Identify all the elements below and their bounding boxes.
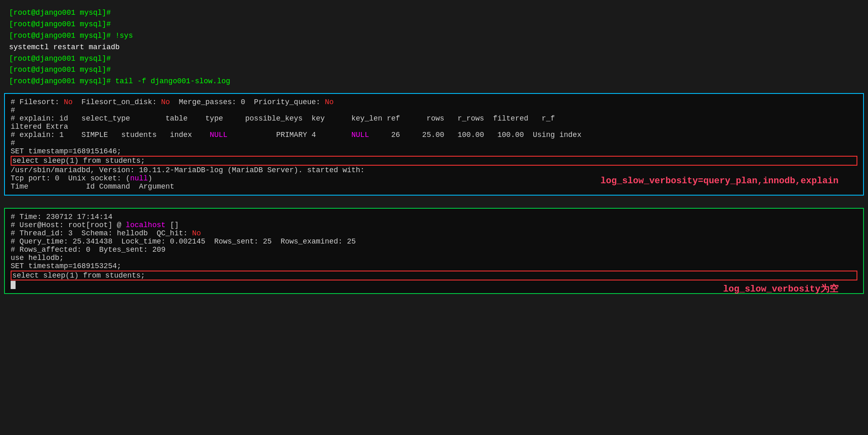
terminal-cursor — [11, 281, 16, 289]
annotation-blue-box: log_slow_verbosity=query_plan,innodb,exp… — [601, 176, 839, 186]
top-lines: [root@django001 mysql]# [root@django001 … — [4, 4, 864, 91]
line-5: [root@django001 mysql]# — [9, 53, 859, 65]
blue-box: # Filesort: No Filesort_on_disk: No Merg… — [4, 93, 864, 196]
user-host-line: # User@Host: root[root] @ localhost [] — [11, 221, 857, 229]
line-4: systemctl restart mariadb — [9, 42, 859, 53]
select-sleep-line-2: select sleep(1) from students; — [11, 271, 857, 280]
line-3: [root@django001 mysql]# !sys — [9, 30, 859, 42]
line-7: [root@django001 mysql]# tail -f django00… — [9, 76, 859, 87]
hash-line-2: # — [11, 139, 857, 147]
mariadbd-line: /usr/sbin/mariadbd, Version: 10.11.2-Mar… — [11, 166, 857, 174]
set-timestamp-line-2: SET timestamp=1689153254; — [11, 262, 857, 270]
annotation-green-box: log_slow_verbosity为空 — [723, 282, 839, 295]
explain-data-line: # explain: 1 SIMPLE students index NULL … — [11, 131, 857, 139]
explain-header-line: # explain: id select_type table type pos… — [11, 114, 857, 123]
query-time-line: # Query_time: 25.341438 Lock_time: 0.002… — [11, 237, 857, 246]
green-box: # Time: 230712 17:14:14 # User@Host: roo… — [4, 208, 864, 294]
filesort-line: # Filesort: No Filesort_on_disk: No Merg… — [11, 98, 857, 106]
explain-header-continued: iltered Extra — [11, 123, 857, 131]
line-2: [root@django001 mysql]# — [9, 19, 859, 30]
terminal-container: [root@django001 mysql]# [root@django001 … — [4, 4, 864, 294]
set-timestamp-line: SET timestamp=1689151646; — [11, 147, 857, 155]
use-hellodb-line: use hellodb; — [11, 254, 857, 262]
time-line: # Time: 230712 17:14:14 — [11, 213, 857, 221]
line-1: [root@django001 mysql]# — [9, 7, 859, 19]
hash-line-1: # — [11, 106, 857, 114]
rows-affected-line: # Rows_affected: 0 Bytes_sent: 209 — [11, 246, 857, 254]
select-sleep-line-1: select sleep(1) from students; — [11, 156, 857, 166]
thread-id-line: # Thread_id: 3 Schema: hellodb QC_hit: N… — [11, 229, 857, 237]
line-6: [root@django001 mysql]# — [9, 64, 859, 76]
